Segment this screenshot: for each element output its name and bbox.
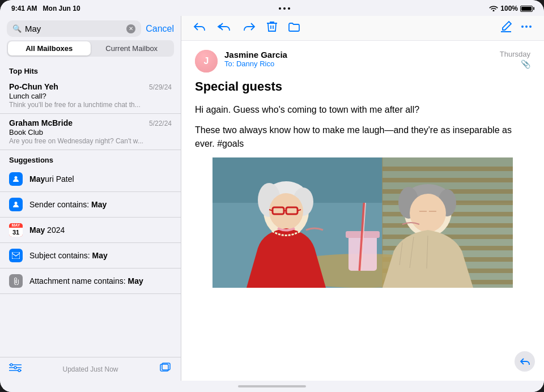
email-body-line1: Hi again. Guess who's coming to town wit… [195, 103, 530, 117]
search-bar[interactable]: 🔍 May ✕ [7, 20, 141, 37]
search-icon: 🔍 [12, 24, 22, 33]
status-bar-time: 9:41 AM Mon Jun 10 [11, 5, 80, 12]
email-meta: J Jasmine Garcia To: Danny Rico Thursday… [195, 50, 530, 73]
reply-button-bottom[interactable] [515, 351, 535, 372]
email-body-line2: These two always know how to make me lau… [195, 123, 530, 151]
svg-point-4 [14, 367, 16, 369]
email-image [195, 157, 530, 288]
email-to[interactable]: To: Danny Rico [224, 59, 287, 68]
svg-point-53 [410, 194, 446, 232]
email-sender-0: Po-Chun Yeh [9, 82, 58, 91]
svg-point-15 [525, 25, 528, 28]
search-bar-container: 🔍 May ✕ Cancel [0, 16, 181, 40]
person-icon-0 [9, 172, 23, 186]
left-panel-bottom-toolbar: Updated Just Now [0, 357, 181, 381]
suggestion-text-3: Subject contains: May [29, 251, 108, 260]
trash-button[interactable] [266, 20, 278, 36]
dot1 [279, 7, 281, 10]
email-has-attachment-icon: 📎 [500, 59, 530, 69]
email-from: Jasmine Garcia [224, 50, 287, 59]
person-icon-1 [9, 198, 23, 211]
email-date-0: 5/29/24 [149, 83, 172, 91]
toolbar-left-actions [193, 20, 301, 36]
email-toolbar [181, 16, 544, 41]
updated-text: Updated Just Now [62, 365, 118, 373]
stack-icon[interactable] [159, 362, 172, 376]
svg-point-3 [10, 364, 12, 366]
filter-icon[interactable] [9, 363, 22, 376]
time-display: 9:41 AM [11, 5, 37, 12]
svg-text:J: J [204, 56, 209, 66]
svg-point-16 [529, 25, 532, 28]
forward-button[interactable] [243, 21, 256, 35]
status-bar: 9:41 AM Mon Jun 10 100% [0, 0, 544, 16]
svg-rect-2 [12, 252, 20, 259]
email-date-1: 5/22/24 [149, 120, 172, 127]
right-panel: J Jasmine Garcia To: Danny Rico Thursday… [181, 16, 544, 381]
home-bar [238, 385, 306, 387]
mail-icon [9, 249, 23, 262]
suggestion-item-2[interactable]: MAY 31 May 2024 [0, 218, 181, 243]
sender-avatar: J [195, 50, 218, 73]
suggestion-item-4[interactable]: Attachment name contains: May [0, 269, 181, 294]
battery-icon [520, 6, 533, 12]
svg-point-14 [521, 25, 524, 28]
email-subject-0: Lunch call? [9, 92, 172, 100]
folder-button[interactable] [288, 21, 301, 35]
calendar-icon: MAY 31 [9, 223, 23, 237]
search-input[interactable]: May [25, 24, 123, 33]
suggestion-item-1[interactable]: Sender contains: May [0, 192, 181, 218]
status-bar-right: 100% [489, 5, 533, 13]
home-indicator [0, 381, 544, 392]
battery-percent: 100% [500, 5, 518, 12]
email-body[interactable]: J Jasmine Garcia To: Danny Rico Thursday… [181, 41, 544, 381]
date-display: Mon Jun 10 [43, 5, 80, 12]
left-panel: 🔍 May ✕ Cancel All Mailboxes Current Mai… [0, 16, 181, 381]
svg-point-5 [18, 369, 20, 372]
ipad-frame: 9:41 AM Mon Jun 10 100% [0, 0, 544, 392]
suggestion-text-4: Attachment name contains: May [29, 276, 143, 286]
reply-all-button[interactable] [216, 21, 232, 35]
svg-point-0 [15, 176, 18, 179]
search-clear-button[interactable]: ✕ [126, 24, 135, 33]
current-mailbox-tab[interactable]: Current Mailbox [91, 41, 173, 56]
dot2 [283, 7, 286, 10]
mailbox-segment-control[interactable]: All Mailboxes Current Mailbox [7, 40, 174, 57]
email-subject-1: Book Club [9, 128, 172, 137]
email-preview-0: Think you'll be free for a lunchtime cha… [9, 101, 162, 109]
cancel-button[interactable]: Cancel [146, 24, 174, 34]
suggestion-text-2: May 2024 [29, 225, 65, 235]
all-mailboxes-tab[interactable]: All Mailboxes [8, 41, 91, 56]
top-hits-label: Top Hits [0, 61, 181, 78]
dot3 [288, 7, 290, 10]
main-content: 🔍 May ✕ Cancel All Mailboxes Current Mai… [0, 16, 544, 381]
compose-button[interactable] [500, 20, 512, 36]
status-bar-center [279, 7, 290, 10]
more-button[interactable] [520, 20, 533, 36]
email-item-1[interactable]: Graham McBride 5/22/24 Book Club Are you… [0, 114, 181, 150]
email-meta-left: J Jasmine Garcia To: Danny Rico [195, 50, 287, 73]
suggestions-label: Suggestions [0, 150, 181, 167]
reply-button[interactable] [193, 21, 206, 35]
suggestion-text-1: Sender contains: May [29, 200, 107, 209]
email-photo [195, 157, 530, 288]
suggestion-item-3[interactable]: Subject contains: May [0, 243, 181, 269]
wifi-icon [489, 5, 498, 13]
svg-point-1 [15, 202, 18, 204]
email-item-0[interactable]: Po-Chun Yeh 5/29/24 Lunch call? Think yo… [0, 78, 181, 114]
attachment-icon [9, 274, 23, 288]
suggestion-item-0[interactable]: Mayuri Patel [0, 167, 181, 192]
email-preview-1: Are you free on Wednesday night? Can't w… [9, 137, 162, 145]
email-date: Thursday [500, 50, 530, 58]
email-subject: Special guests [195, 79, 530, 94]
suggestion-text-0: Mayuri Patel [29, 174, 74, 184]
toolbar-right-actions [500, 20, 533, 36]
email-sender-1: Graham McBride [9, 118, 73, 127]
